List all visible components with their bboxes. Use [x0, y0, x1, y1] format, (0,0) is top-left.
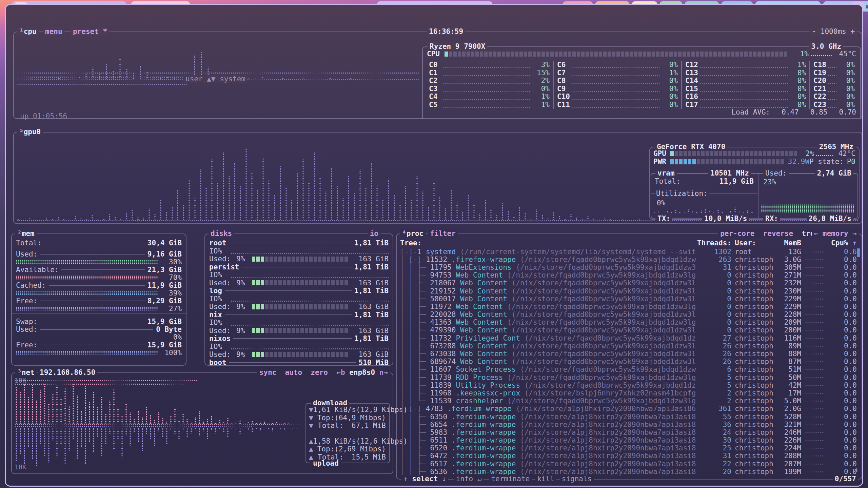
graph-spike — [675, 210, 677, 213]
process-row-6350[interactable]: │ │ ├─ 6350 .ferdium-wrappe (/nix/store/… — [400, 413, 857, 421]
process-row-6511[interactable]: │ │ ├─ 6511 .ferdium-wrappe (/nix/store/… — [400, 436, 857, 444]
iface-prev-button[interactable]: ←b — [336, 368, 345, 377]
sync-button[interactable]: sync — [259, 368, 277, 377]
graph-spike — [165, 211, 168, 220]
process-row-11739[interactable]: │ │ ├─ 11739 RDD Process (/nix/store/fqa… — [400, 373, 857, 381]
per-core-button[interactable]: per-core — [720, 229, 754, 238]
graph-spike — [726, 212, 728, 213]
graph-spike — [416, 176, 419, 220]
graph-spike — [553, 211, 555, 220]
iface-next-button[interactable]: n→ — [379, 368, 388, 377]
process-row-6520[interactable]: │ │ ├─ 6520 .ferdium-wrappe (/nix/store/… — [400, 444, 857, 452]
graph-spike — [101, 427, 103, 456]
interval-plus-button[interactable]: + — [850, 27, 855, 36]
cpu-meter-label: CPU — [427, 50, 445, 58]
mem-total-value: 30,4 GiB — [147, 239, 182, 247]
keyboard-icon[interactable]: ▦ — [866, 3, 868, 9]
process-row-580017[interactable]: │ │ ├─ 580017 Web Content (/nix/store/fq… — [400, 295, 857, 303]
disks-box-title[interactable]: disks — [209, 229, 234, 238]
process-row-479390[interactable]: │ │ ├─ 479390 Web Content (/nix/store/fq… — [400, 326, 857, 334]
reverse-button[interactable]: reverse — [763, 229, 793, 238]
process-row-11539[interactable]: │ │ └─ 11539 crashhelper (/nix/store/fqa… — [400, 397, 857, 405]
info-button[interactable]: info ↵ — [454, 475, 484, 483]
col-memb[interactable]: MemB — [772, 239, 801, 247]
vram-used-label: Used: — [763, 169, 789, 177]
preset-button[interactable]: preset * — [71, 27, 109, 36]
process-row-11968[interactable]: │ │ ├─ 11968 .keepassxc-prox (/nix/store… — [400, 389, 857, 397]
graph-spike — [137, 410, 140, 424]
graph-spike — [97, 407, 99, 424]
graph-spike — [479, 213, 481, 220]
graph-spike — [217, 183, 219, 220]
process-row-220028[interactable]: │ │ ├─ 220028 Web Content (/nix/store/fq… — [400, 311, 857, 319]
process-row-11732[interactable]: │ │ ├─ 11732 Privileged Cont (/nix/store… — [400, 334, 857, 342]
graph-spike — [219, 427, 221, 429]
core-cell-C15: C150% — [682, 85, 810, 93]
process-row-6536[interactable]: │ │ ├─ 6536 .ferdium-wrappe (/nix/store/… — [400, 468, 857, 475]
process-row-1[interactable]: [-]-1 systemd (/run/current-system/syste… — [400, 248, 857, 256]
vram-total-value: 11,9 GiB — [719, 177, 754, 185]
process-list[interactable]: [-]-1 systemd (/run/current-system/syste… — [400, 248, 857, 475]
signals-button[interactable]: signals — [560, 475, 594, 483]
graph-spike — [154, 427, 156, 446]
process-row-219152[interactable]: │ │ ├─ 219152 Web Content (/nix/store/fq… — [400, 287, 857, 295]
sort-next-button[interactable]: → — [852, 229, 857, 238]
process-row-6654[interactable]: │ │ ├─ 6654 .ferdium-wrappe (/nix/store/… — [400, 421, 857, 428]
process-row-689674[interactable]: │ │ ├─ 689674 Web Content (/nix/store/fq… — [400, 358, 857, 366]
gpu-power-watts: 32.9W — [784, 158, 809, 166]
graph-spike — [108, 214, 111, 220]
graph-spike — [105, 414, 107, 424]
process-row-6517[interactable]: │ │ ├─ 6517 .ferdium-wrappe (/nix/store/… — [400, 460, 857, 468]
process-row-218067[interactable]: │ │ ├─ 218067 Web Content (/nix/store/fq… — [400, 279, 857, 287]
kill-button[interactable]: kill — [535, 475, 556, 483]
net-stats-panel: download upload ▼1,61 KiB/s(12,9 Kibps)▼… — [305, 403, 390, 463]
graph-spike — [235, 427, 238, 431]
select-control[interactable]: ↑ select ↓ — [401, 475, 448, 483]
graph-spike — [188, 179, 191, 220]
tx-graph — [653, 200, 755, 213]
process-row-6472[interactable]: │ │ ├─ 6472 .ferdium-wrappe (/nix/store/… — [400, 452, 857, 460]
kitty-terminal-window[interactable]: ¹cpu menu preset * 16:36:59 - 1000ms + u… — [5, 4, 863, 487]
interval-minus-button[interactable]: - — [812, 27, 816, 36]
col-threads[interactable]: Threads: — [696, 239, 731, 247]
auto-button[interactable]: auto — [285, 368, 302, 377]
filter-button[interactable]: filter — [428, 229, 458, 238]
graph-spike — [666, 210, 669, 213]
col-cpu[interactable]: Cpu% ↑ — [828, 239, 857, 247]
process-row-673038[interactable]: │ │ ├─ 673038 Web Content (/nix/store/fq… — [400, 350, 857, 358]
cpu-box-title: ¹cpu — [17, 27, 39, 36]
process-row-11839[interactable]: │ │ ├─ 11839 Utility Process (/nix/store… — [400, 381, 857, 389]
graph-spike — [234, 162, 236, 220]
process-row-11972[interactable]: │ │ ├─ 11972 Web Content (/nix/store/fqa… — [400, 303, 857, 310]
sort-prev-button[interactable]: ← — [814, 229, 818, 238]
graph-spike — [194, 417, 197, 424]
process-row-4783[interactable]: │ [-]-4783 .ferdium-wrappe (/nix/store/a… — [400, 405, 857, 413]
graph-spike — [125, 212, 128, 220]
graph-spike — [131, 210, 134, 220]
col-user[interactable]: User: — [731, 239, 772, 247]
interval-control: - 1000ms + — [810, 27, 857, 36]
graph-spike — [60, 399, 63, 424]
process-row-94753[interactable]: │ │ ├─ 94753 Web Content (/nix/store/fqa… — [400, 271, 857, 279]
process-row-5983[interactable]: │ │ ├─ 5983 .ferdium-wrappe (/nix/store/… — [400, 428, 857, 436]
graph-spike — [145, 427, 148, 434]
cpu-graph-label: user ▲▼ system — [183, 75, 248, 83]
menu-button[interactable]: menu — [43, 27, 64, 36]
graph-spike — [72, 427, 75, 439]
process-row-11607[interactable]: │ │ ├─ 11607 Socket Process (/nix/store/… — [400, 366, 857, 373]
scroll-down-icon[interactable]: ↓ — [854, 465, 859, 473]
col-tree[interactable]: Tree: — [400, 239, 696, 247]
process-row-11532[interactable]: │ [-]-11532 .firefox-wrappe (/nix/store/… — [400, 256, 857, 263]
process-row-41363[interactable]: │ │ ├─ 41363 Web Content (/nix/store/fqa… — [400, 319, 857, 326]
terminate-button[interactable]: terminate — [489, 475, 532, 483]
graph-spike — [205, 188, 208, 220]
graph-spike — [129, 427, 132, 446]
io-mode-button[interactable]: io — [368, 229, 380, 238]
process-row-673288[interactable]: │ │ ├─ 673288 Web Content (/nix/store/fq… — [400, 342, 857, 350]
graph-spike — [276, 427, 278, 428]
graph-spike — [257, 189, 259, 220]
process-row-11795[interactable]: │ │ ├─ 11795 WebExtensions (/nix/store/f… — [400, 263, 857, 271]
zero-button[interactable]: zero — [311, 368, 328, 377]
graph-spike — [72, 384, 75, 424]
scrollbar-thumb[interactable] — [857, 248, 860, 257]
